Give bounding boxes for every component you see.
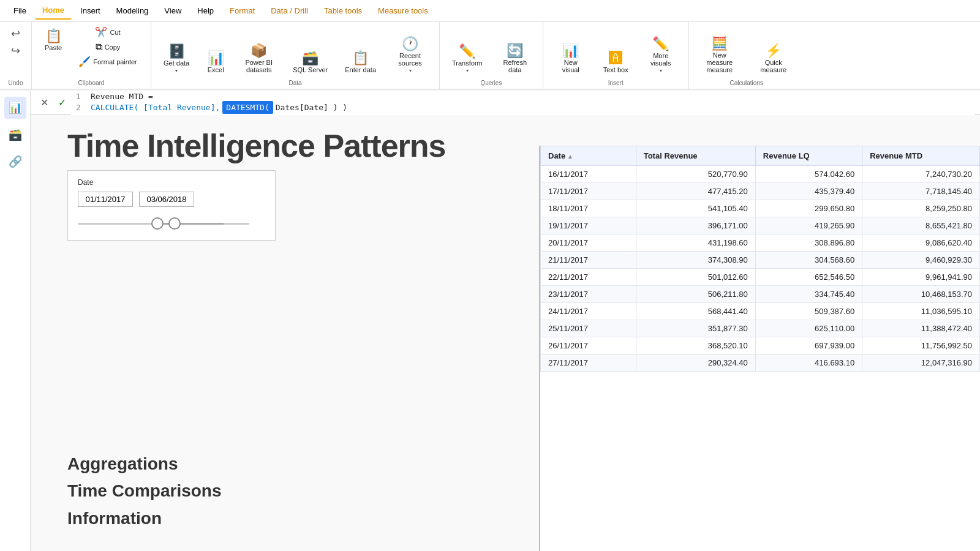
- menu-bar: File Home Insert Modeling View Help Form…: [0, 0, 980, 22]
- recent-sources-dropdown: ▾: [409, 68, 412, 73]
- quick-measure-button[interactable]: ⚡ Quick measure: [749, 40, 798, 77]
- transform-icon: ✏️: [459, 45, 475, 58]
- text-box-button[interactable]: 🅰 Text box: [597, 48, 635, 77]
- enter-data-icon: 📋: [352, 51, 369, 65]
- data-label: Data: [288, 80, 301, 86]
- more-visuals-dropdown: ▾: [660, 68, 662, 73]
- menu-view[interactable]: View: [157, 2, 189, 19]
- menu-insert[interactable]: Insert: [73, 2, 108, 19]
- undo-button[interactable]: ↩: [6, 26, 25, 42]
- menu-table-tools[interactable]: Table tools: [317, 2, 369, 19]
- menu-modeling[interactable]: Modeling: [109, 2, 156, 19]
- quick-measure-icon: ⚡: [765, 44, 782, 58]
- more-visuals-icon: ✏️: [652, 37, 669, 51]
- queries-group: ✏️ Transform ▾ 🔄 Refresh data Queries: [440, 22, 543, 89]
- clipboard-group: 📋 Paste ✂️ Cut ⧉ Copy 🖌️ Format painter: [32, 22, 151, 89]
- excel-icon: 📊: [208, 51, 224, 65]
- ribbon: ↩ ↪ Undo 📋 Paste ✂️ Cut ⧉ Copy: [0, 22, 980, 89]
- new-visual-icon: 📊: [562, 44, 579, 58]
- more-visuals-button[interactable]: ✏️ More visuals ▾: [639, 34, 682, 77]
- format-painter-icon: 🖌️: [78, 57, 91, 67]
- refresh-data-button[interactable]: 🔄 Refresh data: [494, 40, 537, 77]
- menu-help[interactable]: Help: [190, 2, 221, 19]
- menu-measure-tools[interactable]: Measure tools: [371, 2, 435, 19]
- calculations-label: Calculations: [729, 80, 763, 86]
- new-visual-button[interactable]: 📊 New visual: [549, 40, 592, 77]
- menu-data-drill[interactable]: Data / Drill: [263, 2, 315, 19]
- sql-button[interactable]: 🗃️ SQL Server: [287, 48, 334, 77]
- copy-button[interactable]: ⧉ Copy: [71, 40, 145, 54]
- clipboard-label: Clipboard: [78, 80, 105, 86]
- get-data-icon: 🗄️: [168, 45, 185, 58]
- new-measure-button[interactable]: 🧮 New measure measure: [695, 33, 744, 77]
- get-data-dropdown: ▾: [175, 68, 178, 73]
- cut-icon: ✂️: [95, 28, 107, 37]
- insert-label: Insert: [608, 80, 624, 86]
- calculations-group: 🧮 New measure measure ⚡ Quick measure Ca…: [689, 22, 804, 89]
- data-group: 🗄️ Get data ▾ 📊 Excel 📦 Power BI dataset…: [151, 22, 440, 89]
- recent-sources-icon: 🕐: [402, 37, 418, 51]
- insert-group: 📊 New visual 🅰 Text box ✏️ More visuals …: [543, 22, 689, 89]
- enter-data-button[interactable]: 📋 Enter data: [339, 48, 382, 77]
- queries-label: Queries: [480, 80, 502, 86]
- undo-label: Undo: [9, 80, 23, 86]
- refresh-data-icon: 🔄: [507, 44, 523, 58]
- copy-icon: ⧉: [96, 42, 102, 52]
- sql-icon: 🗃️: [302, 51, 318, 65]
- paste-button[interactable]: 📋 Paste: [38, 26, 69, 55]
- format-painter-button[interactable]: 🖌️ Format painter: [71, 55, 145, 69]
- menu-file[interactable]: File: [6, 2, 34, 19]
- redo-button[interactable]: ↪: [6, 43, 25, 59]
- text-box-icon: 🅰: [609, 51, 622, 65]
- recent-sources-button[interactable]: 🕐 Recent sources ▾: [387, 34, 433, 77]
- menu-home[interactable]: Home: [35, 2, 72, 20]
- new-measure-icon: 🧮: [711, 37, 728, 50]
- get-data-button[interactable]: 🗄️ Get data ▾: [157, 41, 195, 77]
- transform-button[interactable]: ✏️ Transform ▾: [446, 41, 489, 77]
- excel-button[interactable]: 📊 Excel: [200, 48, 231, 77]
- paste-icon: 📋: [45, 29, 62, 43]
- menu-format[interactable]: Format: [222, 2, 262, 19]
- undo-group: ↩ ↪ Undo: [0, 22, 32, 89]
- transform-dropdown: ▾: [466, 68, 469, 73]
- power-bi-icon: 📦: [251, 44, 267, 58]
- power-bi-button[interactable]: 📦 Power BI datasets: [236, 40, 282, 77]
- clipboard-col: ✂️ Cut ⧉ Copy 🖌️ Format painter: [71, 26, 145, 69]
- cut-button[interactable]: ✂️ Cut: [71, 26, 145, 39]
